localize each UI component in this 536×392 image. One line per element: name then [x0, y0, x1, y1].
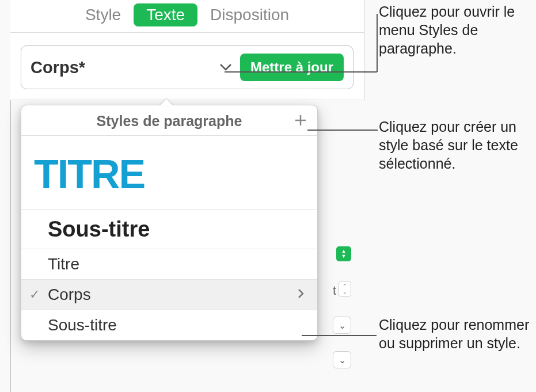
style-list: Sous-titre Titre ✓ Corps Sous-titre [21, 210, 317, 340]
chevron-down-icon [219, 63, 232, 71]
format-panel: Style Texte Disposition Corps* Mettre à … [10, 0, 364, 100]
style-item-sous-titre-2[interactable]: Sous-titre [21, 310, 317, 340]
submenu-button[interactable] [298, 287, 305, 302]
tab-style[interactable]: Style [73, 3, 134, 26]
callout-leader [225, 71, 377, 73]
style-item-sous-titre[interactable]: Sous-titre [21, 210, 317, 249]
dropdown-control-1[interactable]: ⌄ [333, 317, 351, 334]
callout-open-styles-menu: Cliquez pour ouvrir le menu Styles de pa… [379, 2, 534, 58]
chevron-down-icon: ⌄ [343, 289, 347, 295]
paragraph-styles-popover: Styles de paragraphe TITRE Sous-titre Ti… [21, 105, 318, 341]
chevron-up-icon: ⌃ [343, 283, 347, 289]
style-item-titre[interactable]: Titre [21, 249, 317, 280]
chevron-down-icon: ⌄ [339, 320, 346, 331]
dropdown-control-2[interactable]: ⌄ [333, 351, 351, 368]
add-style-button[interactable] [294, 112, 307, 130]
style-preview: TITRE [21, 136, 317, 210]
check-icon: ✓ [29, 287, 40, 302]
chevron-down-icon: ⌄ [339, 355, 346, 366]
popover-header: Styles de paragraphe [21, 105, 317, 136]
tabs-row: Style Texte Disposition [10, 0, 364, 33]
style-item-corps[interactable]: ✓ Corps [21, 280, 317, 310]
chevron-down-icon: ▼ [341, 254, 347, 259]
callout-leader [302, 335, 377, 336]
font-size-suffix: t [333, 283, 336, 298]
paragraph-style-row: Corps* Mettre à jour [21, 45, 353, 89]
style-item-label: Corps [48, 286, 91, 304]
chevron-right-icon [298, 288, 305, 299]
tab-texte[interactable]: Texte [134, 3, 197, 26]
paragraph-style-section: Corps* Mettre à jour [10, 33, 364, 100]
color-stepper[interactable]: ▲ ▼ [336, 246, 351, 261]
callout-leader [377, 14, 378, 72]
paragraph-style-dropdown[interactable] [85, 63, 240, 71]
style-item-label: Sous-titre [48, 217, 150, 242]
size-stepper[interactable]: ⌃ ⌄ [339, 281, 351, 297]
callout-leader [307, 130, 378, 131]
update-style-button[interactable]: Mettre à jour [240, 54, 344, 81]
tab-disposition[interactable]: Disposition [197, 3, 302, 26]
callout-create-style: Cliquez pour créer un style basé sur le … [379, 117, 534, 173]
style-item-label: Sous-titre [48, 316, 117, 334]
inspector-panel: Style Texte Disposition Corps* Mettre à … [0, 0, 368, 392]
preview-text: TITRE [34, 158, 307, 192]
style-item-label: Titre [48, 255, 79, 273]
plus-icon [294, 114, 307, 127]
current-style-name: Corps* [31, 58, 85, 77]
callout-rename-delete-style: Cliquez pour renommer ou supprimer un st… [379, 315, 534, 352]
popover-title: Styles de paragraphe [49, 113, 290, 130]
